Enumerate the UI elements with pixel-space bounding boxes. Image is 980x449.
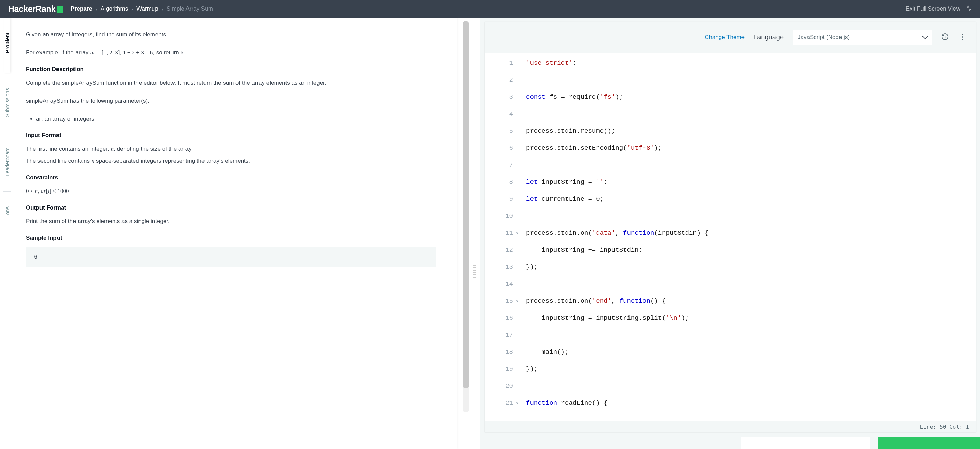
collapse-icon[interactable] bbox=[966, 5, 972, 12]
scrollbar-thumb[interactable] bbox=[463, 21, 469, 389]
logo-square-icon bbox=[57, 6, 63, 13]
tab-discussions[interactable]: ons bbox=[5, 202, 10, 219]
tab-divider bbox=[3, 191, 11, 192]
section-heading: Input Format bbox=[26, 132, 436, 139]
language-label: Language bbox=[753, 33, 784, 41]
panel-resize-handle[interactable] bbox=[473, 265, 476, 278]
action-buttons bbox=[741, 437, 980, 449]
tab-divider bbox=[3, 73, 11, 73]
section-heading: Function Description bbox=[26, 66, 436, 73]
editor-toolbar: Change Theme Language JavaScript (Node.j… bbox=[485, 22, 976, 53]
paragraph: Print the sum of the array's elements as… bbox=[26, 217, 436, 227]
paragraph: Complete the simpleArraySum function in … bbox=[26, 78, 436, 88]
section-heading: Constraints bbox=[26, 174, 436, 181]
section-heading: Output Format bbox=[26, 205, 436, 211]
side-tabs: Problem Submissions Leaderboard ons bbox=[0, 18, 14, 449]
problem-description: Given an array of integers, find the sum… bbox=[14, 18, 457, 449]
tab-submissions[interactable]: Submissions bbox=[5, 83, 10, 122]
tab-problem[interactable]: Problem bbox=[5, 28, 10, 58]
submit-button[interactable] bbox=[878, 437, 980, 449]
fold-icon[interactable]: ∨ bbox=[516, 292, 519, 309]
more-options-icon[interactable]: ⋯ bbox=[958, 33, 967, 42]
top-header: HackerRank Prepare › Algorithms › Warmup… bbox=[0, 0, 980, 18]
sample-input-box: 6 bbox=[26, 247, 436, 267]
code-editor[interactable]: 1 2 3 4 5 6 7 8 9 10 11∨ 12 13 14 15∨ 16… bbox=[485, 53, 976, 421]
brand-logo[interactable]: HackerRank bbox=[8, 4, 63, 14]
editor-status-bar: Line: 50 Col: 1 bbox=[485, 421, 976, 432]
fold-icon[interactable]: ∨ bbox=[516, 224, 519, 241]
breadcrumb-current: Simple Array Sum bbox=[167, 5, 213, 12]
tab-leaderboard[interactable]: Leaderboard bbox=[5, 143, 10, 181]
paragraph: Given an array of integers, find the sum… bbox=[26, 30, 436, 40]
paragraph: The second line contains n space-separat… bbox=[26, 156, 436, 166]
fold-icon[interactable]: ∨ bbox=[516, 395, 519, 412]
section-heading: Sample Input bbox=[26, 235, 436, 241]
vertical-scrollbar[interactable] bbox=[463, 21, 469, 412]
breadcrumb: Prepare › Algorithms › Warmup › Simple A… bbox=[71, 5, 213, 12]
line-gutter: 1 2 3 4 5 6 7 8 9 10 11∨ 12 13 14 15∨ 16… bbox=[485, 53, 519, 421]
run-button[interactable] bbox=[741, 437, 870, 449]
constraint-math: 0 < n, ar[i] ≤ 1000 bbox=[26, 186, 436, 196]
code-content[interactable]: 'use strict'; const fs = require('fs'); … bbox=[519, 53, 708, 421]
paragraph: simpleArraySum has the following paramet… bbox=[26, 96, 436, 106]
breadcrumb-warmup[interactable]: Warmup bbox=[137, 5, 158, 12]
editor-card: Change Theme Language JavaScript (Node.j… bbox=[485, 22, 976, 432]
history-icon[interactable] bbox=[941, 33, 949, 42]
breadcrumb-algorithms[interactable]: Algorithms bbox=[101, 5, 128, 12]
paragraph: For example, if the array ar = [1, 2, 3]… bbox=[26, 48, 436, 58]
chevron-right-icon: › bbox=[162, 6, 163, 12]
list-item: ar: an array of integers bbox=[36, 114, 436, 124]
chevron-right-icon: › bbox=[95, 6, 97, 12]
editor-area: Change Theme Language JavaScript (Node.j… bbox=[480, 18, 980, 449]
language-select[interactable]: JavaScript (Node.js) bbox=[792, 30, 932, 45]
paragraph: The first line contains an integer, n, d… bbox=[26, 144, 436, 154]
chevron-right-icon: › bbox=[131, 6, 133, 12]
change-theme-link[interactable]: Change Theme bbox=[705, 34, 745, 41]
breadcrumb-prepare[interactable]: Prepare bbox=[71, 5, 92, 12]
tab-divider bbox=[3, 132, 11, 132]
exit-fullscreen-link[interactable]: Exit Full Screen View bbox=[906, 5, 960, 12]
